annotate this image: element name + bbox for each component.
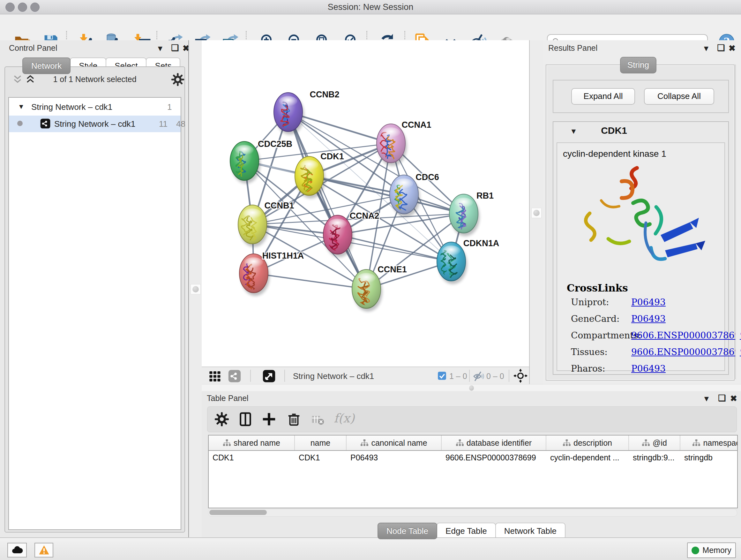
- crosslink-value-link[interactable]: P06493: [631, 297, 666, 307]
- table-cell: cyclin-dependent ...: [546, 451, 629, 465]
- control-panel: Control Panel ▼ ❑ ✖ NetworkStyleSelectSe…: [0, 40, 188, 537]
- table-panel-close-icon[interactable]: ✖: [730, 394, 737, 403]
- column-label: namespace: [703, 438, 738, 448]
- tab-edge-table[interactable]: Edge Table: [436, 523, 496, 539]
- selected-checkbox-icon[interactable]: [437, 371, 447, 380]
- string-results-box: Expand All Collapse All ▼ CDK1 cyclin-de…: [546, 64, 735, 381]
- open-in-new-window-icon[interactable]: [263, 370, 275, 382]
- node-table[interactable]: shared namename canonical name database …: [208, 435, 738, 508]
- crosslink-label: Uniprot:: [571, 297, 609, 307]
- birdseye-grid-icon[interactable]: [208, 370, 221, 382]
- warnings-button[interactable]: [35, 543, 53, 557]
- protein-structure-image: [570, 162, 711, 280]
- results-panel-title: Results Panel: [548, 44, 597, 53]
- left-splitter-handle[interactable]: [192, 286, 199, 293]
- column-header-name[interactable]: name: [295, 435, 347, 450]
- window-title: Session: New Session: [0, 2, 741, 12]
- column-label: name: [311, 438, 331, 448]
- network-share-button-icon[interactable]: [228, 370, 241, 382]
- crosslinks-list: Uniprot: P06493GeneCard: P06493Compartme…: [557, 297, 724, 380]
- network-edges: [245, 112, 464, 289]
- right-splitter-handle[interactable]: [533, 210, 540, 216]
- column-label: shared name: [233, 438, 280, 448]
- gear-icon[interactable]: [171, 73, 185, 86]
- crosslink-value-link[interactable]: 9606.ENSP00000378699: [631, 330, 741, 341]
- node-CCNB1: [238, 205, 268, 247]
- table-header-row: shared namename canonical name database …: [209, 435, 737, 451]
- expand-collapse-bar: Expand All Collapse All: [553, 80, 729, 113]
- column-header-description[interactable]: description: [546, 435, 629, 450]
- column-header-databaseidentifier[interactable]: database identifier: [442, 435, 546, 450]
- table-tabs: Node TableEdge TableNetwork Table: [378, 523, 565, 539]
- gene-symbol: CDK1: [553, 125, 675, 136]
- table-row[interactable]: CDK1CDK1P064939606.ENSP00000378699cyclin…: [209, 451, 737, 465]
- control-panel-float-icon[interactable]: ▼: [156, 44, 164, 53]
- column-header-sharedname[interactable]: shared name: [209, 435, 295, 450]
- results-panel-float-icon[interactable]: ▼: [702, 44, 710, 53]
- results-scrollbar-track[interactable]: [735, 64, 740, 379]
- node-RB1: [449, 194, 480, 236]
- collection-count: 1: [167, 102, 172, 112]
- table-body: CDK1CDK1P064939606.ENSP00000378699cyclin…: [209, 451, 737, 465]
- network-canvas[interactable]: CCNB2CCNA1CDC25BCDK1CDC6RB1CCNB1CCNA2CDK…: [202, 40, 529, 367]
- table-toolbar: f(x): [207, 407, 737, 432]
- collapse-all-button[interactable]: Collapse All: [644, 88, 714, 105]
- crosslink-value-link[interactable]: 9606.ENSP00000378699: [631, 347, 741, 357]
- table-cell: CDK1: [295, 451, 347, 465]
- delete-column-icon[interactable]: [286, 412, 301, 427]
- table-hscrollbar-thumb[interactable]: [209, 510, 267, 515]
- control-panel-title: Control Panel: [9, 44, 57, 53]
- network-column-icon: [562, 439, 571, 447]
- crosslink-label: GeneCard:: [571, 314, 619, 324]
- node-label-CCNB2: CCNB2: [310, 90, 339, 99]
- horizontal-splitter[interactable]: [202, 384, 741, 391]
- crosslink-value-link[interactable]: P06493: [631, 363, 666, 374]
- table-cell: CDK1: [209, 451, 295, 465]
- network-row-selected[interactable]: String Network – cdk1 11 48: [9, 116, 181, 132]
- delete-table-icon-disabled: [312, 414, 324, 427]
- tab-node-table[interactable]: Node Table: [378, 523, 437, 539]
- crosslink-row: Pharos: P06493: [557, 363, 724, 380]
- fit-selected-crosshair-icon[interactable]: [514, 369, 528, 383]
- control-panel-maximize-icon[interactable]: ❑: [171, 43, 179, 53]
- edge-CCNB2-CCNE1: [288, 112, 366, 289]
- node-label-CDK1: CDK1: [320, 152, 344, 161]
- crosslink-value-link[interactable]: P06493: [631, 314, 666, 324]
- collection-caret-icon[interactable]: ▼: [18, 103, 24, 111]
- table-panel-float-icon[interactable]: ▼: [703, 394, 711, 403]
- results-panel-maximize-icon[interactable]: ❑: [717, 43, 725, 53]
- memory-button[interactable]: Memory: [687, 543, 736, 558]
- cloud-button[interactable]: [7, 543, 27, 557]
- results-panel-close-icon[interactable]: ✖: [729, 44, 736, 53]
- left-splitter[interactable]: [188, 40, 203, 537]
- network-status-dot-icon: [17, 121, 23, 126]
- table-settings-gear-icon[interactable]: [214, 412, 229, 427]
- tab-string[interactable]: String: [620, 57, 657, 73]
- column-header-id[interactable]: @id: [629, 435, 680, 450]
- horizontal-splitter-handle[interactable]: [469, 385, 474, 391]
- table-panel-title: Table Panel: [207, 394, 249, 403]
- table-panel-maximize-icon[interactable]: ❑: [718, 393, 726, 403]
- tab-network-table[interactable]: Network Table: [495, 523, 565, 539]
- warning-icon: [38, 545, 50, 556]
- right-splitter[interactable]: [529, 40, 545, 387]
- memory-label: Memory: [702, 546, 731, 555]
- tab-network[interactable]: Network: [22, 57, 71, 74]
- crosslinks-title: CrossLinks: [567, 282, 628, 294]
- expand-all-button[interactable]: Expand All: [571, 88, 635, 105]
- status-bar: Memory: [0, 537, 741, 560]
- column-header-canonicalname[interactable]: canonical name: [347, 435, 442, 450]
- main-toolbar: ?: [0, 14, 741, 41]
- table-hscrollbar[interactable]: [208, 509, 737, 516]
- crosslink-row: Tissues: 9606.ENSP00000378699: [557, 347, 724, 363]
- column-label: @id: [653, 438, 667, 448]
- gene-details: cyclin-dependent kinase 1 CrossLinks Uni…: [556, 142, 725, 371]
- network-collection-row[interactable]: ▼ String Network – cdk1 1: [9, 99, 181, 116]
- hidden-count: 0 – 0: [486, 372, 504, 381]
- memory-status-dot-icon: [691, 547, 699, 554]
- show-columns-icon[interactable]: [238, 412, 253, 427]
- column-header-namespace[interactable]: namespace: [680, 435, 738, 450]
- hidden-eye-icon[interactable]: [473, 370, 484, 382]
- add-column-icon[interactable]: [262, 412, 276, 427]
- table-cell: stringdb: [680, 451, 738, 465]
